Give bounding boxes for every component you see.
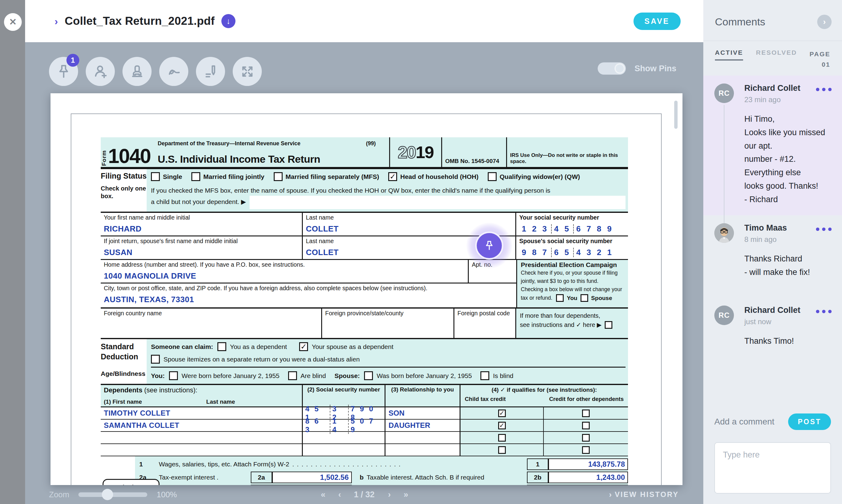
more-options-icon[interactable] <box>816 306 831 313</box>
fullscreen-button[interactable] <box>233 57 262 86</box>
next-page-button[interactable]: › <box>388 490 390 499</box>
campaign-you-label: You <box>567 295 577 302</box>
line-amount[interactable]: 1,502.56 <box>272 472 352 483</box>
app-window: ✕ › Collet_Tax Return_2021.pdf ↓ SAVE 1 <box>0 0 842 504</box>
post-button[interactable]: POST <box>788 413 831 430</box>
dependent-name[interactable]: SAMANTHA COLLET <box>101 419 303 431</box>
add-person-button[interactable] <box>86 57 115 86</box>
close-button[interactable]: ✕ <box>4 13 22 31</box>
first-name-value[interactable]: RICHARD <box>104 224 299 234</box>
dependent-ssn[interactable] <box>303 444 385 456</box>
form-irs-use: IRS Use Only—Do not write or staple in t… <box>506 137 628 167</box>
comment-card[interactable]: RC Richard Collet just now Thanks Timo! <box>703 298 842 357</box>
checkbox-other-credit[interactable] <box>582 434 590 442</box>
spouse-first-value[interactable]: SUSAN <box>104 248 299 257</box>
line-number: 1 <box>139 461 159 468</box>
more-options-icon[interactable] <box>816 84 831 91</box>
last-name-value[interactable]: COLLET <box>306 224 512 234</box>
city-value[interactable]: AUSTIN, TEXAS, 73301 <box>104 295 513 304</box>
breadcrumb-chevron-icon[interactable]: › <box>54 15 58 27</box>
checkbox-ctc[interactable] <box>498 446 506 454</box>
home-address-value[interactable]: 1040 MAGNOLIA DRIVE <box>104 271 465 281</box>
you-born-option[interactable]: Were born before January 2, 1955 <box>169 371 279 380</box>
more-options-icon[interactable] <box>816 223 831 231</box>
filing-option-single[interactable]: Single <box>151 172 182 181</box>
view-history-button[interactable]: › VIEW HISTORY <box>609 490 679 499</box>
line-amount[interactable]: 143,875.78 <box>548 458 628 470</box>
collapse-panel-button[interactable]: › <box>817 15 831 29</box>
zoom-slider-knob[interactable] <box>102 489 113 500</box>
you-as-dependent-option[interactable]: You as a dependent <box>218 342 287 351</box>
checkbox-are-blind[interactable] <box>288 371 297 380</box>
dependent-ssn[interactable]: 8 6 31 45 0 7 9 <box>303 419 385 431</box>
checkbox-spouse-itemizes[interactable] <box>151 355 160 364</box>
filing-option-mfj[interactable]: Married filing jointly <box>191 172 264 181</box>
checkbox-ctc[interactable] <box>498 422 506 429</box>
prev-page-button[interactable]: ‹ <box>338 490 341 499</box>
fill-sign-tool-button[interactable] <box>196 57 225 86</box>
spouse-as-dependent-option[interactable]: Your spouse as a dependent <box>299 342 393 351</box>
dependent-relationship[interactable] <box>385 444 461 456</box>
stamp-tool-button[interactable] <box>122 57 152 86</box>
download-icon[interactable]: ↓ <box>221 14 236 28</box>
checkbox-more-dependents[interactable] <box>605 321 612 329</box>
comment-author: Timo Maas <box>744 223 787 233</box>
comment-input[interactable] <box>714 442 831 493</box>
line-amount[interactable]: 1,243.00 <box>548 472 628 483</box>
checkbox-other-credit[interactable] <box>582 410 590 417</box>
tab-active[interactable]: ACTIVE <box>715 49 743 60</box>
pin-tool-button[interactable]: 1 <box>49 57 78 86</box>
ssn-group: 6 7 8 9 <box>573 224 616 234</box>
checkbox-single[interactable] <box>151 172 160 181</box>
checkbox-you-born[interactable] <box>169 371 178 380</box>
page-scrollbar[interactable] <box>674 101 677 129</box>
tab-resolved[interactable]: RESOLVED <box>756 49 797 56</box>
checkbox-mfj[interactable] <box>191 172 200 181</box>
is-blind-option[interactable]: Is blind <box>480 371 514 380</box>
pdf-page: Form 1040 Department of the Treasury—Int… <box>51 93 683 485</box>
comment-card[interactable]: Timo Maas 8 min ago Thanks Richard - wil… <box>703 215 842 288</box>
dependent-name[interactable]: TIMOTHY COLLET <box>101 407 303 419</box>
checkbox-ctc[interactable] <box>498 434 506 442</box>
qualifying-person-field[interactable] <box>250 196 625 209</box>
dependents-col-first: (1) First name <box>104 398 142 405</box>
first-page-button[interactable]: « <box>321 490 325 499</box>
spouse-last-value[interactable]: COLLET <box>306 248 512 257</box>
dependent-relationship[interactable]: DAUGHTER <box>385 419 461 431</box>
filing-option-qw[interactable]: Qualifying widow(er) (QW) <box>488 172 580 181</box>
save-button[interactable]: SAVE <box>634 13 681 30</box>
filing-option-hoh[interactable]: Head of household (HOH) <box>388 172 479 181</box>
checkbox-you-dependent[interactable] <box>218 342 226 351</box>
spouse-born-option[interactable]: Was born before January 2, 1955 <box>364 371 472 380</box>
dependent-name[interactable] <box>101 444 303 456</box>
checkbox-mfs[interactable] <box>274 172 282 181</box>
checkbox-spouse-born[interactable] <box>364 371 373 380</box>
checkbox-other-credit[interactable] <box>582 446 590 454</box>
ssn-group: 1 2 3 <box>519 224 551 234</box>
checkbox-spouse-dependent[interactable] <box>299 342 308 351</box>
checkbox-campaign-you[interactable] <box>556 294 564 302</box>
dependent-ssn[interactable] <box>303 432 385 444</box>
signature-tool-button[interactable] <box>159 57 188 86</box>
viewer-footer: Zoom 100% « ‹ 1 / 32 › » › VIEW HISTORY <box>25 485 703 504</box>
checkbox-hoh[interactable] <box>388 172 397 181</box>
checkbox-is-blind[interactable] <box>480 371 489 380</box>
show-pins-toggle[interactable] <box>598 62 626 75</box>
thread-line <box>724 215 724 222</box>
page-navigation: « ‹ 1 / 32 › » <box>321 490 408 499</box>
dependent-relationship[interactable] <box>385 432 461 444</box>
checkbox-qw[interactable] <box>488 172 497 181</box>
dependent-relationship[interactable]: SON <box>385 407 461 419</box>
comment-author: Richard Collet <box>744 84 801 93</box>
checkbox-campaign-spouse[interactable] <box>581 294 588 302</box>
comment-card[interactable]: RC Richard Collet 23 min ago Hi Timo, Lo… <box>703 75 842 215</box>
are-blind-option[interactable]: Are blind <box>288 371 326 380</box>
checkbox-ctc[interactable] <box>498 410 506 417</box>
ssn-value[interactable]: 1 2 34 56 7 8 9 <box>519 224 625 234</box>
last-page-button[interactable]: » <box>403 490 408 499</box>
spouse-ssn-value[interactable]: 9 8 76 54 3 2 1 <box>519 248 625 257</box>
dependent-name[interactable] <box>101 432 303 444</box>
zoom-slider[interactable] <box>79 492 147 497</box>
filing-option-mfs[interactable]: Married filing separately (MFS) <box>274 172 379 181</box>
checkbox-other-credit[interactable] <box>582 422 590 429</box>
